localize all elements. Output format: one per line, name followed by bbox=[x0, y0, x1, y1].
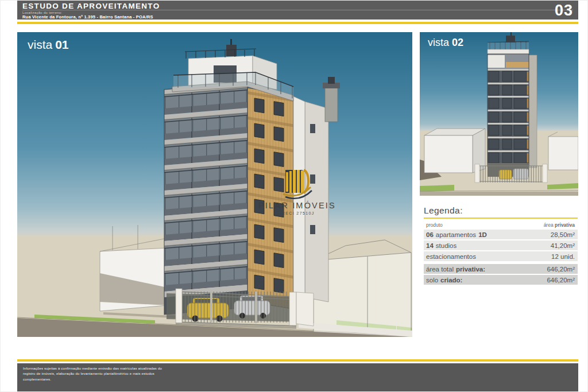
row-value: 28,50m² bbox=[551, 231, 575, 238]
footer-disclaimer: Informações sujeitas à confirmação media… bbox=[23, 366, 172, 382]
legend-underline bbox=[424, 218, 578, 219]
vista-number: 02 bbox=[452, 37, 463, 48]
row-value: 12 unid. bbox=[551, 253, 575, 260]
row-value: 41,20m² bbox=[551, 242, 575, 249]
perimeter-fence bbox=[475, 164, 547, 183]
legend-title: Legenda: bbox=[424, 205, 578, 216]
balcony-facade bbox=[164, 83, 247, 315]
legend-row-parking: estacionamentos 12 unid. bbox=[424, 251, 578, 261]
column-area: área privativa bbox=[544, 222, 575, 228]
garage-area bbox=[475, 164, 547, 183]
presentation-page: ESTUDO DE APROVEITAMENTO Localização do … bbox=[0, 0, 588, 392]
footer-bar: Informações sujeitas à confirmação media… bbox=[17, 363, 578, 392]
chimney bbox=[323, 77, 340, 122]
page-number: 03 bbox=[555, 1, 573, 20]
brand-name: PILAR IMÓVEIS bbox=[258, 201, 334, 210]
header-divider bbox=[22, 10, 573, 10]
header-bar: ESTUDO DE APROVEITAMENTO Localização do … bbox=[17, 1, 578, 20]
legend-total-private-area: área totalprivativa: 646,20m² bbox=[424, 264, 578, 274]
total-value: 646,20m² bbox=[547, 277, 575, 284]
right-neighbor-building bbox=[548, 132, 578, 170]
terrain-address: Rua Vicente da Fontoura, nº 1.395 - Bair… bbox=[22, 14, 153, 20]
watermark: PILAR IMÓVEIS CRECI 27510J bbox=[258, 168, 334, 215]
legend-row-studios: 14studios 41,20m² bbox=[424, 240, 578, 250]
creci-number: CRECI 27510J bbox=[258, 211, 334, 215]
legend-total-solo-criado: solocriado: 646,20m² bbox=[424, 275, 578, 285]
vista-word: vista bbox=[428, 37, 449, 48]
legend-column-headers: produto área privativa bbox=[424, 221, 578, 230]
legend: Legenda: produto área privativa 06aparta… bbox=[424, 205, 578, 286]
legend-row-apartments: 06apartamentos1D 28,50m² bbox=[424, 230, 578, 239]
vista-01-panel: vista01 bbox=[17, 32, 412, 337]
vista-number: 01 bbox=[55, 38, 68, 51]
page-title: ESTUDO DE APROVEITAMENTO bbox=[22, 2, 160, 10]
vista-02-label: vista02 bbox=[428, 37, 463, 49]
vista-01-rendering bbox=[17, 32, 412, 337]
vista-word: vista bbox=[28, 38, 52, 51]
header-accent-line bbox=[17, 22, 578, 24]
total-value: 646,20m² bbox=[547, 266, 575, 273]
column-product: produto bbox=[426, 222, 443, 228]
pillar-logo-icon bbox=[278, 168, 314, 200]
vista-01-label: vista01 bbox=[28, 38, 69, 52]
vista-02-rendering bbox=[420, 32, 578, 196]
vista-02-panel: vista02 bbox=[420, 32, 578, 196]
footer-accent-line bbox=[17, 359, 578, 362]
